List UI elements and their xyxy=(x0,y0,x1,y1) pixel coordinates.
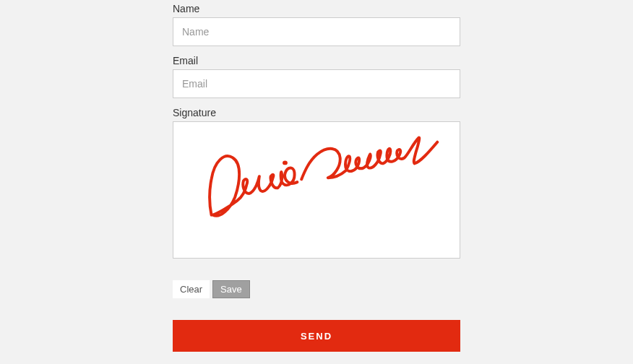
email-label: Email xyxy=(173,55,460,66)
name-label: Name xyxy=(173,3,460,14)
signature-group: Signature xyxy=(173,107,460,259)
clear-button[interactable]: Clear xyxy=(173,280,210,298)
email-group: Email xyxy=(173,55,460,98)
signature-canvas[interactable] xyxy=(173,121,460,259)
name-group: Name xyxy=(173,3,460,46)
signature-drawing-icon xyxy=(173,122,460,258)
save-button[interactable]: Save xyxy=(212,280,250,298)
signature-label: Signature xyxy=(173,107,460,118)
email-input[interactable] xyxy=(173,69,460,98)
send-button[interactable]: SEND xyxy=(173,320,460,352)
signature-buttons: Clear Save xyxy=(173,280,460,298)
name-input[interactable] xyxy=(173,17,460,46)
contact-form: Name Email Signature Clear Save SEND xyxy=(173,0,460,352)
